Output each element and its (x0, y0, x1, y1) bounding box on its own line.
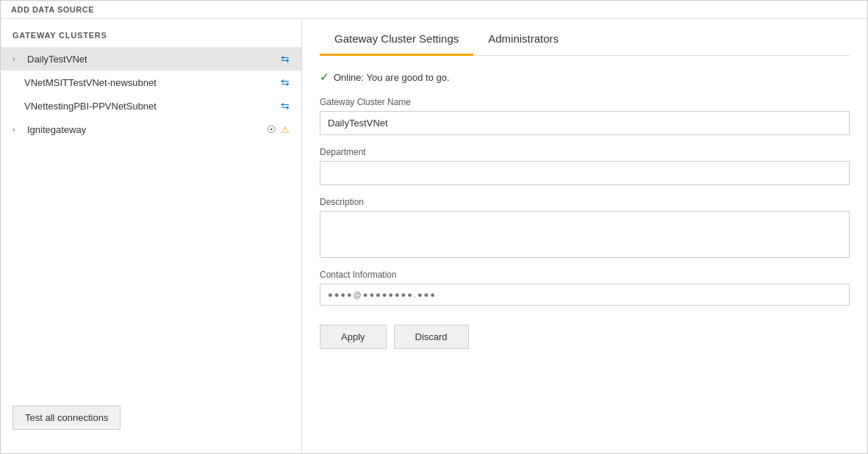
top-bar-label: ADD DATA SOURCE (11, 5, 94, 14)
tab-bar: Gateway Cluster Settings Administrators (320, 19, 850, 56)
cluster-item-dailytestvnet[interactable]: › DailyTestVNet ⇆ (1, 47, 301, 71)
tab-gateway-cluster-settings[interactable]: Gateway Cluster Settings (320, 19, 473, 56)
status-line: ✓ Online: You are good to go. (320, 71, 850, 84)
chevron-icon: › (12, 126, 23, 134)
cluster-name-input[interactable] (320, 111, 850, 135)
cluster-name: VNetMSITTestVNet-newsubnet (24, 77, 276, 88)
test-all-connections-button[interactable]: Test all connections (12, 406, 121, 430)
button-row: Apply Discard (320, 325, 850, 349)
cluster-item-ignitegateway[interactable]: › Ignitegateway ☉ ⚠ (1, 118, 301, 141)
contact-label: Contact Information (320, 270, 850, 280)
department-label: Department (320, 147, 850, 157)
form-group-contact: Contact Information (320, 270, 850, 306)
cluster-name-label: Gateway Cluster Name (320, 97, 850, 107)
app-container: ADD DATA SOURCE GATEWAY CLUSTERS › Daily… (1, 1, 867, 453)
sidebar-section-title: GATEWAY CLUSTERS (1, 31, 301, 47)
contact-input[interactable] (320, 284, 850, 306)
gateway-icon: ☉ (267, 123, 276, 135)
form-group-cluster-name: Gateway Cluster Name (320, 97, 850, 135)
description-input[interactable] (320, 211, 850, 258)
form-group-description: Description (320, 197, 850, 258)
cluster-item-vnettesting[interactable]: VNettestingPBI-PPVNetSubnet ⇆ (1, 94, 301, 118)
top-bar: ADD DATA SOURCE (1, 1, 867, 19)
cluster-name: Ignitegateway (27, 124, 262, 135)
cluster-name: DailyTestVNet (27, 54, 276, 65)
test-btn-container: Test all connections (1, 394, 301, 442)
description-label: Description (320, 197, 850, 207)
status-message: Online: You are good to go. (334, 72, 450, 83)
chevron-icon: › (12, 55, 23, 63)
form-group-department: Department (320, 147, 850, 185)
link-icon: ⇆ (281, 100, 290, 112)
link-icon: ⇆ (281, 53, 290, 65)
department-input[interactable] (320, 161, 850, 185)
cluster-item-vnetmsit[interactable]: VNetMSITTestVNet-newsubnet ⇆ (1, 71, 301, 94)
main-layout: GATEWAY CLUSTERS › DailyTestVNet ⇆ VNetM… (1, 19, 867, 453)
apply-button[interactable]: Apply (320, 325, 387, 349)
link-icon: ⇆ (281, 76, 290, 88)
sidebar: GATEWAY CLUSTERS › DailyTestVNet ⇆ VNetM… (1, 19, 302, 453)
cluster-name: VNettestingPBI-PPVNetSubnet (24, 101, 276, 112)
discard-button[interactable]: Discard (394, 325, 469, 349)
warning-icon: ⚠ (281, 124, 290, 135)
status-check-icon: ✓ (320, 71, 329, 84)
cluster-list: › DailyTestVNet ⇆ VNetMSITTestVNet-newsu… (1, 47, 301, 394)
main-panel: Gateway Cluster Settings Administrators … (302, 19, 867, 453)
tab-administrators[interactable]: Administrators (473, 19, 573, 56)
